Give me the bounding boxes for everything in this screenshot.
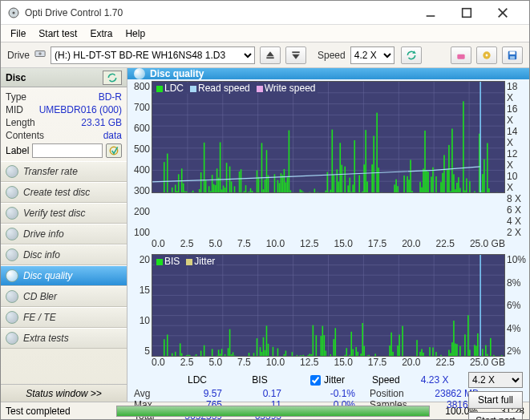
svg-rect-226 — [303, 355, 305, 356]
svg-rect-87 — [282, 175, 284, 192]
svg-rect-236 — [330, 354, 331, 356]
nav-create-test-disc[interactable]: Create test disc — [1, 182, 127, 203]
svg-rect-203 — [225, 354, 226, 356]
svg-rect-218 — [273, 347, 274, 356]
svg-rect-225 — [301, 355, 303, 356]
svg-rect-285 — [482, 349, 483, 356]
svg-rect-76 — [257, 170, 258, 192]
svg-rect-52 — [204, 143, 205, 192]
svg-rect-276 — [456, 344, 458, 356]
nav-transfer-rate[interactable]: Transfer rate — [1, 161, 127, 182]
minimize-button[interactable] — [415, 1, 451, 24]
svg-rect-189 — [180, 343, 181, 356]
svg-rect-240 — [344, 355, 346, 356]
speed-select[interactable]: 4.2 X — [350, 46, 394, 64]
svg-rect-58 — [215, 185, 216, 192]
svg-rect-149 — [453, 174, 455, 192]
erase-button[interactable] — [451, 46, 471, 64]
type-label: Type — [6, 91, 26, 103]
menu-start-test[interactable]: Start test — [32, 26, 83, 41]
chart2-xaxis: 0.02.55.07.510.012.515.017.520.022.525.0… — [152, 357, 505, 368]
disc-icon — [6, 269, 18, 282]
svg-rect-104 — [333, 175, 334, 192]
start-full-button[interactable]: Start full — [468, 391, 523, 409]
nav-cd-bler[interactable]: CD Bler — [1, 286, 127, 307]
svg-point-15 — [486, 54, 488, 56]
menu-extra[interactable]: Extra — [83, 26, 119, 41]
svg-rect-186 — [167, 334, 168, 356]
svg-rect-128 — [403, 176, 405, 192]
load-button[interactable] — [285, 46, 306, 64]
svg-rect-144 — [443, 155, 445, 192]
chart2-yaxis-right: 10%8%6%4%2% — [505, 254, 526, 357]
svg-rect-154 — [463, 101, 464, 192]
svg-rect-117 — [363, 164, 365, 192]
nav-fe-te[interactable]: FE / TE — [1, 307, 127, 328]
svg-rect-246 — [355, 347, 357, 356]
svg-rect-192 — [188, 355, 189, 356]
svg-rect-204 — [228, 348, 229, 356]
options-button[interactable] — [476, 46, 497, 64]
nav-disc-info[interactable]: Disc info — [1, 244, 127, 265]
eject-button[interactable] — [260, 46, 281, 64]
jitter-checkbox[interactable] — [310, 375, 321, 386]
save-button[interactable] — [502, 46, 523, 64]
svg-rect-39 — [167, 154, 168, 192]
main-title: Disc quality — [150, 68, 204, 79]
scan-speed-select[interactable]: 4.2 X — [468, 372, 523, 388]
svg-rect-77 — [258, 177, 260, 192]
svg-rect-55 — [210, 191, 212, 192]
svg-rect-266 — [423, 353, 424, 356]
nav-extra-tests[interactable]: Extra tests — [1, 328, 127, 349]
disc-label-input[interactable] — [32, 143, 103, 158]
svg-rect-228 — [310, 353, 311, 356]
refresh-speed-button[interactable] — [401, 46, 422, 64]
svg-rect-111 — [349, 178, 350, 192]
svg-rect-63 — [223, 186, 225, 192]
svg-rect-231 — [316, 335, 318, 356]
maximize-button[interactable] — [451, 1, 487, 24]
svg-rect-270 — [440, 355, 442, 356]
start-part-button[interactable]: Start part — [468, 412, 523, 420]
disc-icon — [6, 311, 18, 324]
svg-rect-259 — [397, 345, 399, 356]
refresh-disc-button[interactable] — [103, 71, 122, 85]
svg-rect-269 — [435, 352, 437, 356]
apply-label-button[interactable] — [106, 143, 122, 158]
status-window-toggle[interactable]: Status window >> — [1, 384, 127, 402]
svg-rect-75 — [252, 191, 253, 192]
svg-rect-71 — [244, 191, 245, 192]
svg-rect-56 — [212, 175, 213, 192]
svg-rect-74 — [250, 188, 252, 192]
speed-value: 4.23 X — [421, 374, 449, 386]
menu-file[interactable]: File — [4, 26, 32, 41]
svg-rect-156 — [466, 178, 467, 192]
svg-rect-264 — [419, 352, 421, 356]
nav-disc-quality[interactable]: Disc quality — [1, 265, 127, 286]
svg-rect-134 — [421, 188, 423, 192]
svg-rect-113 — [352, 184, 354, 192]
disc-icon — [6, 248, 18, 261]
disc-icon — [6, 228, 18, 240]
svg-rect-187 — [172, 353, 173, 356]
disc-panel-title: Disc — [6, 72, 26, 83]
close-button[interactable] — [487, 1, 523, 24]
length-label: Length — [6, 117, 35, 128]
menu-help[interactable]: Help — [119, 26, 152, 41]
type-value: BD-R — [99, 91, 122, 103]
svg-rect-141 — [435, 176, 437, 192]
svg-rect-103 — [331, 130, 333, 192]
svg-rect-213 — [261, 352, 263, 356]
svg-rect-84 — [277, 180, 279, 192]
svg-rect-292 — [501, 355, 503, 356]
svg-rect-152 — [458, 177, 459, 192]
svg-rect-85 — [279, 183, 281, 192]
contents-value: data — [103, 130, 122, 141]
svg-rect-147 — [450, 192, 451, 192]
nav-verify-test-disc[interactable]: Verify test disc — [1, 203, 127, 224]
svg-rect-251 — [366, 355, 368, 356]
drive-select[interactable]: (H:) HL-DT-ST BD-RE WH16NS48 1.D3 — [51, 46, 255, 64]
svg-rect-102 — [330, 190, 331, 192]
nav-drive-info[interactable]: Drive info — [1, 224, 127, 244]
svg-rect-148 — [451, 128, 453, 192]
